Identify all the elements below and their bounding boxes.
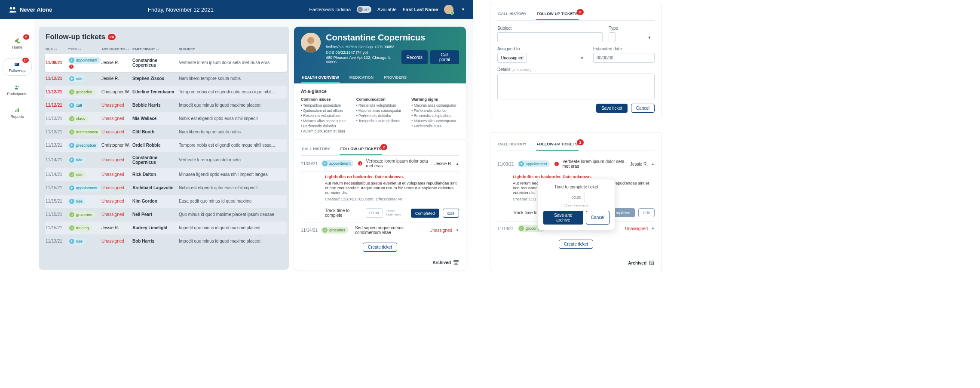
records-button[interactable]: Records bbox=[401, 50, 428, 64]
ticket-row[interactable]: 11/09/21 +appointment ! Verbeate lorem i… bbox=[301, 156, 459, 172]
toggle-off-label: OFF bbox=[364, 8, 370, 11]
tab-medication[interactable]: MEDICATION bbox=[349, 73, 374, 83]
svg-rect-3 bbox=[15, 64, 17, 64]
cancel-button[interactable]: Cancel bbox=[631, 104, 655, 113]
assigned-select[interactable]: Unassigned bbox=[497, 53, 527, 63]
subtab-call-history[interactable]: CALL HISTORY bbox=[301, 143, 331, 155]
row-participant: Archibald Lagavulin bbox=[132, 185, 179, 190]
row-date: 11/15/21 bbox=[46, 212, 68, 217]
availability-toggle[interactable]: OFF bbox=[357, 6, 371, 13]
row-assigned: Unassigned bbox=[101, 103, 132, 108]
popup-cancel-button[interactable]: Cancel bbox=[586, 211, 609, 225]
table-row[interactable]: 11/12/21+rideJessie R.Stephen ZissouNam … bbox=[45, 72, 287, 85]
table-row[interactable]: 11/14/21+rideUnassignedConstantine Coper… bbox=[45, 152, 287, 168]
collapse-icon[interactable]: ▲ bbox=[651, 162, 655, 166]
expand-icon[interactable]: ▼ bbox=[651, 227, 655, 231]
row-subject: Impedit quo minus id quod maxime placeat bbox=[179, 225, 283, 230]
nav-reports[interactable]: Reports bbox=[3, 105, 32, 121]
time-complete-popup: Time to complete ticket 15 min increment… bbox=[538, 179, 615, 230]
sort-icon[interactable]: ▴▾ bbox=[126, 48, 129, 51]
archive-icon bbox=[649, 260, 655, 266]
user-menu-chevron-icon[interactable]: ▼ bbox=[461, 7, 465, 12]
create-ticket-button[interactable]: Create ticket bbox=[559, 240, 593, 249]
warning-signs: Warning signsMaiores alias consequaturPe… bbox=[411, 97, 459, 134]
row-assigned: Unassigned bbox=[101, 116, 132, 121]
row-participant: Cliff Booth bbox=[132, 129, 179, 134]
table-row[interactable]: 11/15/21○trainingJessie R.Audrey Limelig… bbox=[45, 222, 287, 234]
type-chip-appointment: +appointment bbox=[321, 160, 354, 167]
common-issues: Common issuesTemporibus quibusdamQuibusd… bbox=[301, 97, 349, 134]
popup-tab-followup[interactable]: FOLLOW-UP TICKETS2 bbox=[536, 139, 579, 151]
popup-tab-call-history[interactable]: CALL HISTORY bbox=[497, 139, 527, 151]
table-row[interactable]: 11/12/21○groceriesChristopher W.Etheline… bbox=[45, 86, 287, 99]
sort-icon[interactable]: ▴▾ bbox=[54, 48, 57, 51]
ticket-subject: Sed sapien augue cursus condimentum vita… bbox=[352, 225, 426, 235]
row-participant: Ordell Robbie bbox=[132, 143, 179, 148]
create-ticket-button[interactable]: Create ticket bbox=[363, 243, 397, 252]
type-chip: ○training bbox=[68, 225, 92, 231]
nav-followup[interactable]: Follow-up 24 bbox=[3, 58, 32, 76]
tab-health-overview[interactable]: HEALTH OVERVIEW bbox=[301, 73, 340, 83]
time-input[interactable] bbox=[366, 208, 383, 218]
type-chip: +ride bbox=[68, 75, 86, 82]
estimated-date-input[interactable] bbox=[593, 53, 655, 63]
chart-icon bbox=[14, 107, 21, 113]
row-assigned: Unassigned bbox=[101, 172, 132, 177]
form-tab-followup[interactable]: FOLLOW-UP TICKETS2 bbox=[536, 8, 579, 20]
row-date: 11/09/21 bbox=[46, 60, 68, 65]
row-date: 11/13/21 bbox=[46, 116, 68, 121]
details-textarea[interactable] bbox=[497, 74, 655, 99]
table-row[interactable]: 11/15/21+rideUnassignedKim GordonEusa pe… bbox=[45, 195, 287, 208]
table-row[interactable]: 11/14/21○rideUnassignedRick DaltonMinuse… bbox=[45, 168, 287, 181]
user-avatar[interactable] bbox=[444, 5, 453, 14]
ticket-row[interactable]: 11/09/21 +appointment ! Verbeate lorem i… bbox=[497, 156, 655, 172]
form-tab-call-history[interactable]: CALL HISTORY bbox=[497, 8, 527, 20]
detail-panel: Constantine Copernicus he/him/his HIPAA … bbox=[294, 27, 466, 270]
collapse-icon[interactable]: ▲ bbox=[456, 162, 459, 166]
svg-point-1 bbox=[13, 7, 15, 10]
row-assigned: Jessie R. bbox=[101, 76, 132, 81]
table-row[interactable]: 11/15/21○groceriesUnassignedNeil PeartQu… bbox=[45, 208, 287, 221]
nav-home[interactable]: Home 5 bbox=[3, 35, 32, 52]
expand-icon[interactable]: ▼ bbox=[456, 228, 459, 232]
row-subject: Verbeate lorem ipsum dolor seta bbox=[179, 157, 283, 162]
save-archive-button[interactable]: Save and archive bbox=[543, 211, 583, 225]
sort-icon[interactable]: ▴▾ bbox=[156, 48, 159, 51]
table-row[interactable]: 11/13/21○maintenanceUnassignedCliff Boot… bbox=[45, 126, 287, 139]
row-assigned: Christopher W. bbox=[101, 89, 132, 94]
type-chip-appointment: +appointment bbox=[518, 160, 550, 167]
sort-icon[interactable]: ▴▾ bbox=[78, 48, 81, 51]
track-label: Track time to complete bbox=[325, 208, 362, 218]
edit-button[interactable]: Edit bbox=[443, 209, 459, 218]
row-assigned: Unassigned bbox=[101, 157, 132, 162]
alert-icon: ! bbox=[69, 65, 74, 69]
table-row[interactable]: 11/13/21+rideUnassignedBob HarrisImpedit… bbox=[45, 235, 287, 248]
type-chip: ○maintenance bbox=[68, 129, 101, 135]
row-participant: Mia Wallace bbox=[132, 116, 179, 121]
popup-time-input[interactable] bbox=[568, 193, 585, 202]
table-row[interactable]: 11/13/21○classUnassignedMia WallaceNobis… bbox=[45, 112, 287, 125]
logo-icon bbox=[8, 5, 17, 14]
svg-rect-9 bbox=[18, 108, 19, 112]
nav-participants[interactable]: Participants bbox=[3, 82, 32, 99]
subtab-followup-tickets[interactable]: FOLLOW-UP TICKETS2 bbox=[340, 143, 382, 155]
row-date: 11/12/21 bbox=[46, 103, 68, 108]
row-date: 11/14/21 bbox=[46, 157, 68, 162]
row-participant: Neil Peart bbox=[132, 212, 179, 217]
table-row[interactable]: 11/15/21+appointmentUnassignedArchibald … bbox=[45, 182, 287, 194]
ticket-row[interactable]: 11/14/21 ○groceries Sed sapien augue cur… bbox=[301, 222, 459, 238]
type-select[interactable] bbox=[609, 32, 616, 42]
table-row[interactable]: 11/13/21+prescriptionChristopher W.Ordel… bbox=[45, 139, 287, 152]
call-portal-button[interactable]: Call portal bbox=[430, 50, 459, 64]
archived-link[interactable]: Archived bbox=[497, 253, 655, 266]
subject-input[interactable] bbox=[497, 32, 603, 42]
table-row[interactable]: 11/09/21+appointment!Jessie R.Constantin… bbox=[45, 54, 287, 72]
type-chip: +ride bbox=[68, 157, 86, 163]
table-row[interactable]: 11/12/21+callUnassignedBobbie HarrisImpe… bbox=[45, 99, 287, 112]
ticket-date: 11/09/21 bbox=[301, 161, 318, 166]
tab-providers[interactable]: PROVIDERS bbox=[383, 73, 407, 83]
archived-link[interactable]: Archived bbox=[294, 256, 466, 270]
completed-button[interactable]: Completed bbox=[411, 209, 439, 218]
row-date: 11/15/21 bbox=[46, 225, 68, 230]
save-ticket-button[interactable]: Save ticket bbox=[596, 104, 628, 113]
